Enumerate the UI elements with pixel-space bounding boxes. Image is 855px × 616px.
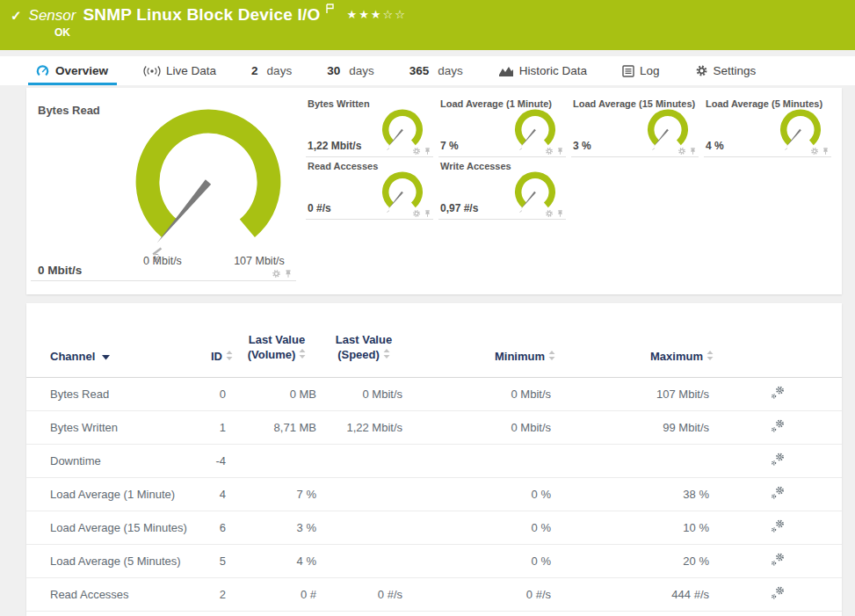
minimum-cell: 0 #/s [407, 611, 555, 616]
channel-table: Channel ID Last Value (Volume) Last Valu… [26, 303, 842, 616]
sensor-title: SNMP Linux Block Device I/O [83, 5, 320, 25]
actions-cell [714, 410, 842, 444]
priority-flag-icon[interactable] [325, 2, 335, 18]
tab-live-data[interactable]: Live Data [143, 56, 216, 85]
tab-overview[interactable]: Overview [35, 56, 108, 85]
speed-cell: 1,22 Mbit/s [321, 410, 407, 444]
speed-cell [321, 477, 407, 511]
gauge-value: 0,97 #/s [440, 202, 478, 214]
table-row: Bytes Written18,71 MB1,22 Mbit/s0 Mbit/s… [26, 410, 842, 444]
pin-icon[interactable] [556, 209, 564, 218]
tab-label: Live Data [166, 64, 216, 77]
gauge-dial: x̄ [118, 98, 299, 265]
small-gauge-tile: Bytes Written 1,22 Mbit/s [306, 95, 433, 157]
minimum-cell: 0 Mbit/s [407, 377, 555, 410]
id-cell: 5 [193, 544, 233, 577]
tab-settings[interactable]: Settings [695, 56, 757, 85]
column-header-last-value-volume[interactable]: Last Value (Volume) [233, 303, 321, 377]
channel-settings-icon[interactable] [771, 519, 785, 533]
minimum-cell: 0 #/s [407, 577, 555, 611]
channel-settings-icon[interactable] [771, 553, 785, 567]
channel-settings-icon[interactable] [771, 419, 785, 433]
gauge-scale-max: 107 Mbit/s [215, 255, 303, 267]
maximum-cell: 38 % [555, 477, 714, 511]
pin-icon[interactable] [424, 209, 431, 218]
actions-cell [714, 444, 842, 477]
channel-cell: Load Average (15 Minutes) [26, 511, 193, 544]
id-cell: 2 [193, 577, 233, 611]
status-check-icon: ✓ [11, 8, 22, 24]
column-header-id[interactable]: ID [193, 303, 233, 377]
tab-365-days[interactable]: 365days [409, 56, 463, 85]
volume-cell: 0 MB [233, 377, 321, 410]
actions-cell [714, 611, 842, 616]
pin-icon[interactable] [556, 147, 564, 156]
gear-icon[interactable] [677, 147, 686, 156]
sensor-kind-label: Sensor [29, 7, 76, 25]
small-gauge-tile: Load Average (1 Minute) 7 % [438, 95, 566, 157]
column-header-actions [714, 303, 842, 377]
gauge-title: Read Accesses [308, 161, 433, 171]
tab-label: Overview [55, 64, 108, 77]
gear-icon[interactable] [810, 147, 819, 156]
column-sublabel: (Volume) [248, 348, 296, 361]
column-label: Last Value [336, 333, 392, 346]
gear-icon[interactable] [412, 209, 421, 218]
minimum-cell: 0 % [407, 477, 555, 511]
minimum-cell: 0 Mbit/s [407, 410, 555, 444]
gear-icon[interactable] [545, 147, 554, 156]
actions-cell [714, 377, 842, 410]
gauge-title: Write Accesses [440, 161, 566, 171]
pin-icon[interactable] [689, 147, 697, 156]
small-gauge-tile: Load Average (5 Minutes) 4 % [704, 95, 831, 157]
priority-star-rating[interactable]: ★★★☆☆ [347, 8, 407, 21]
channel-settings-icon[interactable] [771, 486, 785, 500]
speed-cell [321, 544, 407, 577]
sort-icon [383, 348, 390, 363]
maximum-cell: 20 % [555, 544, 714, 577]
column-label: Maximum [650, 350, 703, 363]
maximum-cell: 444 #/s [555, 577, 714, 611]
sensor-status-badge: OK [54, 26, 855, 39]
tab-historic-data[interactable]: Historic Data [498, 56, 587, 85]
tab-30-days[interactable]: 30days [327, 56, 374, 85]
gear-icon[interactable] [272, 269, 281, 279]
channel-settings-icon[interactable] [771, 453, 785, 467]
gauge-value: 0 Mbit/s [38, 264, 82, 277]
column-label: Channel [50, 350, 95, 363]
gauge-icon [35, 64, 50, 78]
gauge-title: Bytes Written [308, 98, 433, 109]
small-gauge-tile: Load Average (15 Minutes) 3 % [571, 95, 699, 157]
channel-settings-icon[interactable] [771, 386, 785, 400]
column-header-minimum[interactable]: Minimum [407, 303, 555, 377]
id-cell: -4 [193, 444, 233, 477]
tab-2-days[interactable]: 2days [251, 56, 292, 85]
channel-cell: Load Average (5 Minutes) [26, 544, 193, 577]
speed-cell [321, 444, 407, 477]
gear-icon[interactable] [412, 147, 421, 156]
column-label: Last Value [249, 333, 305, 346]
tab-number: 30 [327, 64, 340, 77]
sort-icon [548, 350, 555, 363]
sort-icon [706, 350, 714, 363]
tab-number: 365 [409, 64, 430, 77]
speed-cell: 0,97 #/s [321, 611, 407, 616]
channel-settings-icon[interactable] [771, 586, 785, 600]
tab-bar: Overview Live Data 2days 30days 365days … [0, 56, 855, 85]
minimum-cell: 0 % [407, 511, 555, 544]
column-header-channel[interactable]: Channel [26, 303, 193, 377]
tab-log[interactable]: Log [622, 56, 660, 85]
column-label: Minimum [495, 350, 545, 363]
gear-icon[interactable] [545, 209, 554, 218]
sort-desc-icon [102, 350, 110, 363]
pin-icon[interactable] [424, 147, 431, 156]
pin-icon[interactable] [284, 269, 293, 279]
gauge-value: 4 % [706, 140, 724, 152]
volume-cell: 3 % [233, 511, 321, 544]
table-row: Load Average (15 Minutes)63 %0 %10 % [26, 511, 842, 544]
column-header-last-value-speed[interactable]: Last Value (Speed) [321, 303, 407, 377]
bytes-read-gauge-tile: Bytes Read x̄ 0 Mbit/s 107 Mbit/s 0 Mbit… [31, 95, 296, 281]
pin-icon[interactable] [822, 147, 830, 156]
gauge-title: Load Average (1 Minute) [440, 98, 566, 109]
column-header-maximum[interactable]: Maximum [555, 303, 714, 377]
